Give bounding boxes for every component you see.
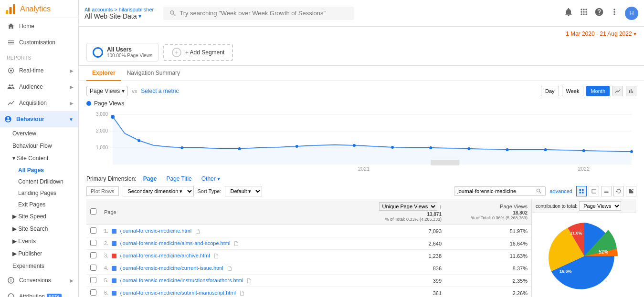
- sidebar-item-home[interactable]: Home: [0, 18, 78, 34]
- unique-pv-select[interactable]: Unique Page Views: [379, 202, 437, 211]
- sort-type-select[interactable]: Default ▾: [225, 186, 262, 196]
- chart-point[interactable]: [111, 115, 115, 119]
- row-checkbox-cell: [86, 287, 100, 297]
- row-checkbox[interactable]: [90, 252, 96, 258]
- chart-point[interactable]: [582, 149, 585, 152]
- row-page-link[interactable]: /journal-forensic-medicine/current-issue…: [120, 265, 223, 271]
- chart-point[interactable]: [180, 146, 183, 149]
- sidebar-item-customisation[interactable]: Customisation: [0, 34, 78, 51]
- table-comparison-view-button[interactable]: [601, 186, 612, 196]
- chart-point[interactable]: [506, 148, 509, 151]
- row-checkbox[interactable]: [90, 277, 96, 283]
- sidebar-item-experiments[interactable]: Experiments: [0, 260, 78, 272]
- acquisition-icon: [7, 99, 15, 107]
- row-num: 5.: [104, 277, 108, 283]
- date-range[interactable]: 1 Mar 2020 - 21 Aug 2022 ▾: [79, 27, 644, 39]
- plot-rows-button[interactable]: Plot Rows: [86, 186, 119, 196]
- tab-navigation-summary[interactable]: Navigation Summary: [121, 66, 186, 81]
- help-icon[interactable]: [594, 7, 604, 19]
- view-month-button[interactable]: Month: [586, 86, 610, 96]
- chart-point[interactable]: [353, 144, 356, 147]
- row-page-icon: [213, 253, 219, 259]
- sidebar-item-exit-pages[interactable]: Exit Pages: [0, 199, 78, 210]
- table-pivot-view-button[interactable]: [589, 186, 599, 196]
- chart-point[interactable]: [544, 148, 547, 151]
- table-term-cloud-button[interactable]: [613, 186, 624, 196]
- pv-pct: % of Total: 0.36% (5,268,763): [449, 215, 528, 220]
- chart-view-controls: Day Week Month: [541, 86, 636, 96]
- all-users-segment[interactable]: All Users 100.00% Page Views: [86, 43, 158, 61]
- sidebar-item-site-speed[interactable]: ▶ Site Speed: [0, 210, 78, 223]
- sidebar-item-realtime[interactable]: Real-time ▶: [0, 62, 78, 79]
- svg-rect-0: [6, 10, 8, 14]
- user-avatar[interactable]: H: [625, 7, 638, 20]
- row-page-link[interactable]: /journal-forensic-medicine/instructionsf…: [120, 277, 243, 283]
- col-pv-header: Page Views 18,802 % of Total: 0.36% (5,2…: [445, 199, 531, 225]
- advanced-button[interactable]: advanced: [549, 188, 572, 194]
- contribution-select[interactable]: Page Views: [579, 201, 621, 211]
- chart-area: [113, 117, 632, 164]
- table-grid-view-button[interactable]: [576, 186, 587, 196]
- chart-point[interactable]: [296, 145, 298, 148]
- row-num: 4.: [104, 265, 108, 271]
- dim-page-title[interactable]: Page Title: [163, 174, 194, 183]
- notifications-icon[interactable]: [564, 7, 573, 19]
- sidebar-item-site-content[interactable]: ▾ Site Content: [0, 152, 78, 164]
- property-name-text: All Web Site Data: [84, 12, 137, 20]
- bar-chart-icon-button[interactable]: [626, 86, 636, 96]
- sidebar-item-behaviour-flow[interactable]: Behaviour Flow: [0, 140, 78, 152]
- chart-point[interactable]: [630, 150, 633, 153]
- table-pivot2-button[interactable]: [626, 186, 636, 196]
- row-checkbox[interactable]: [90, 265, 96, 271]
- conversions-icon: [7, 276, 15, 285]
- sidebar-item-attribution[interactable]: Attribution BETA: [0, 288, 78, 297]
- sidebar-item-publisher[interactable]: ▶ Publisher: [0, 247, 78, 260]
- dim-page[interactable]: Page: [140, 174, 160, 183]
- row-checkbox[interactable]: [90, 240, 96, 246]
- global-search-input[interactable]: [179, 10, 348, 17]
- search-filter: [454, 186, 546, 196]
- pie-label-3: 11.6%: [570, 231, 582, 236]
- sidebar-item-overview[interactable]: Overview: [0, 127, 78, 140]
- sidebar-item-landing-pages[interactable]: Landing Pages: [0, 187, 78, 199]
- view-week-button[interactable]: Week: [562, 86, 584, 96]
- row-page-link[interactable]: /journal-forensic-medicine/submit-manusc…: [120, 290, 236, 296]
- add-segment-button[interactable]: + + Add Segment: [163, 44, 233, 61]
- apps-icon[interactable]: [579, 7, 589, 19]
- chart-point[interactable]: [137, 139, 140, 142]
- sidebar-item-site-search[interactable]: ▶ Site Search: [0, 223, 78, 235]
- dim-other[interactable]: Other ▾: [199, 174, 223, 183]
- row-page-link[interactable]: /journal-forensic-medicine/aims-and-scop…: [120, 240, 230, 246]
- range-selector[interactable]: [431, 160, 459, 165]
- row-page-link[interactable]: /journal-forensic-medicine.html: [120, 228, 191, 234]
- sidebar-item-site-speed-label: ▶ Site Speed: [12, 213, 46, 220]
- unique-pv-total: 13,871: [354, 212, 442, 217]
- chart-point[interactable]: [238, 147, 241, 150]
- row-checkbox[interactable]: [90, 227, 96, 234]
- row-checkbox[interactable]: [90, 289, 96, 296]
- line-chart-icon-button[interactable]: [612, 86, 623, 96]
- sidebar-item-audience-label: Audience: [19, 83, 43, 90]
- breadcrumb: All accounts > hilarispublisher: [84, 7, 154, 12]
- row-page-link[interactable]: /journal-forensic-medicine/archive.html: [120, 253, 210, 258]
- sidebar-item-audience[interactable]: Audience ▶: [0, 79, 78, 95]
- sidebar-item-acquisition[interactable]: Acquisition ▶: [0, 95, 78, 111]
- select-metric-button[interactable]: Select a metric: [141, 88, 179, 94]
- sidebar-item-content-drilldown[interactable]: Content Drilldown: [0, 176, 78, 187]
- metric-selector[interactable]: Page Views ▾: [86, 86, 128, 96]
- secondary-dimension-select[interactable]: Secondary dimension ▾: [123, 186, 194, 196]
- chart-point[interactable]: [467, 147, 470, 150]
- property-dropdown[interactable]: ▾: [138, 13, 141, 20]
- select-all-checkbox[interactable]: [90, 208, 96, 215]
- chart-point[interactable]: [391, 146, 394, 149]
- table-search-input[interactable]: [457, 188, 534, 194]
- sidebar-item-conversions[interactable]: Conversions ▶: [0, 272, 78, 288]
- more-options-icon[interactable]: [610, 7, 619, 19]
- sidebar-item-all-pages[interactable]: All Pages: [0, 164, 78, 176]
- sidebar-item-behaviour[interactable]: Behaviour ▼: [0, 111, 78, 127]
- row-checkbox-cell: [86, 262, 100, 275]
- sidebar-item-events[interactable]: ▶ Events: [0, 235, 78, 247]
- tab-explorer[interactable]: Explorer: [86, 66, 121, 81]
- chart-point[interactable]: [429, 146, 432, 149]
- view-day-button[interactable]: Day: [541, 86, 559, 96]
